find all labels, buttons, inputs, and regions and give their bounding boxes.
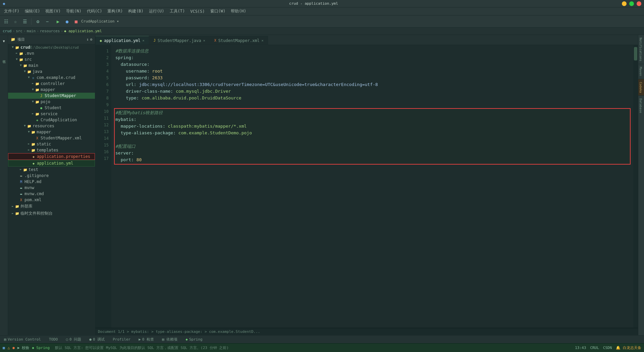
toolbar-settings-btn[interactable]: ⚙ <box>34 17 42 26</box>
menu-tools[interactable]: 工具(T) <box>167 8 188 15</box>
tree-item-student[interactable]: ● Student <box>8 105 95 111</box>
tab-smxml-close[interactable]: ✕ <box>262 39 264 42</box>
tree-item-tmpfiles[interactable]: ► 📁 临时文件和控制台 <box>8 210 95 217</box>
tree-item-controller[interactable]: ► 📁 controller <box>8 81 95 87</box>
bottom-tab-vc[interactable]: ▤ Version Control <box>3 337 42 342</box>
ln-7: 7 <box>95 88 111 95</box>
tree-item-extlib[interactable]: ► 📁 外部库 <box>8 203 95 210</box>
bottom-tab-debug[interactable]: ● 0 调试 <box>88 337 106 342</box>
status-spring-icon[interactable]: ◆ Spring <box>32 346 50 350</box>
tree-item-test[interactable]: ► 📁 test <box>8 167 95 173</box>
right-panel-maven[interactable]: Maven <box>638 64 644 79</box>
tree-item-mvnw[interactable]: ▬ mvnw <box>8 185 95 191</box>
folder-icon-controller: 📁 <box>35 81 40 86</box>
folder-icon-res-mapper: 📁 <box>31 130 36 134</box>
breadcrumb-main[interactable]: main <box>27 29 36 33</box>
tree-item-templates[interactable]: ► 📁 templates <box>8 147 95 153</box>
maximize-btn[interactable] <box>629 1 634 6</box>
tree-item-crud[interactable]: ▼ 📁 crud E:\Documets\Desktop\crud <box>8 44 95 50</box>
bottom-tab-profiler[interactable]: Profiler <box>111 337 132 342</box>
tab-studentmapperjava[interactable]: J StudentMapper.java ✕ <box>149 36 210 45</box>
menu-refactor[interactable]: 重构(R) <box>105 8 125 15</box>
bottom-tab-run-bt[interactable]: ▶ 0 检查 <box>137 337 155 342</box>
tree-item-appprops[interactable]: ◆ application.properties <box>8 153 95 160</box>
bottom-tab-problems[interactable]: ○ 0 问题 <box>64 337 83 342</box>
tree-item-main[interactable]: ▼ 📁 main <box>8 62 95 69</box>
right-panel-database[interactable]: Database <box>638 96 644 116</box>
debug-icon-bt: ● <box>89 337 92 342</box>
toolbar-minus-btn[interactable]: − <box>43 17 51 26</box>
tree-item-gitignore[interactable]: ▬ .gitignore <box>8 173 95 179</box>
menu-window[interactable]: 窗口(W) <box>208 8 228 15</box>
left-vtab-project[interactable]: ▼ <box>0 36 8 46</box>
right-panel-notifications[interactable]: Notifications <box>638 35 644 64</box>
menu-view[interactable]: 视图(V) <box>43 8 63 15</box>
status-run-icon[interactable]: ▶ 校验 <box>17 345 29 350</box>
tree-item-pojo[interactable]: ▼ 📁 pojo <box>8 99 95 105</box>
menu-code[interactable]: 代码(C) <box>84 8 105 15</box>
menu-navigate[interactable]: 导航(N) <box>63 8 84 15</box>
scrollbar-thumb[interactable] <box>634 47 637 60</box>
breadcrumb-file[interactable]: ◆ application.yml <box>64 29 102 33</box>
toolbar-project-btn[interactable]: ☷ <box>2 17 10 26</box>
tree-item-pomxml[interactable]: X pom.xml <box>8 197 95 203</box>
status-problems-icon[interactable]: △ <box>8 346 10 350</box>
menu-build[interactable]: 构建(B) <box>125 8 146 15</box>
tree-item-src[interactable]: ▼ 📁 src <box>8 56 95 62</box>
status-warnings-icon[interactable]: ● <box>12 346 15 350</box>
run-btn[interactable]: ▶ <box>54 17 62 26</box>
spring-label: Spring <box>189 337 203 342</box>
left-vtab-bookmarks[interactable]: 书签 <box>0 46 8 69</box>
close-btn[interactable] <box>637 1 641 6</box>
bottom-tab-todo[interactable]: TODO <box>48 337 59 342</box>
tab-appyml-close[interactable]: ✕ <box>143 39 145 42</box>
status-linesep[interactable]: CSDN <box>603 346 612 350</box>
tree-item-service[interactable]: ► 📁 service <box>8 111 95 117</box>
bottom-tab-spring[interactable]: ◆ Spring <box>184 337 204 342</box>
tree-item-resources[interactable]: ▼ 📁 resources <box>8 123 95 129</box>
tree-item-appyml[interactable]: ◆ application.yml <box>8 160 95 167</box>
code-area[interactable]: #数据库连接信息 spring: datasource: username: r… <box>111 45 633 328</box>
tree-item-crudapp[interactable]: ◈ CrudApplication <box>8 117 95 123</box>
scrollbar[interactable] <box>633 45 638 328</box>
menu-help[interactable]: 帮助(H) <box>228 8 249 15</box>
tree-item-res-mapper[interactable]: ▼ 📁 mapper <box>8 129 95 135</box>
toolbar-structure-btn[interactable]: ☰ <box>21 17 29 26</box>
status-encoding[interactable]: CRUL <box>590 346 599 350</box>
minimize-btn[interactable] <box>622 1 627 6</box>
tab-appyml[interactable]: ◆ application.yml ✕ <box>95 36 149 45</box>
tree-item-helpmd[interactable]: M HELP.md <box>8 179 95 185</box>
tree-item-package[interactable]: ▼ ▫ com.example.crud <box>8 75 95 81</box>
breadcrumb-resources[interactable]: resources <box>40 29 60 33</box>
settings-icon[interactable]: ⚙ <box>90 37 92 42</box>
project-label: 项目 <box>17 37 25 42</box>
tree-item-mvn[interactable]: ► 📁 .mvn <box>8 50 95 56</box>
tab-studentmapperxml[interactable]: X StudentMapper.xml ✕ <box>210 36 268 45</box>
tree-item-java[interactable]: ▼ 📁 java <box>8 69 95 75</box>
menu-run[interactable]: 运行(U) <box>146 8 167 15</box>
status-time[interactable]: 13:43 <box>575 346 586 350</box>
tree-item-mvnwcmd[interactable]: ▬ mvnw.cmd <box>8 191 95 197</box>
window-controls <box>622 1 641 6</box>
bottom-tab-deps[interactable]: ▤ 依赖项 <box>161 337 179 342</box>
breadcrumb-crud[interactable]: crud <box>3 29 12 33</box>
status-git-icon[interactable]: ▩ <box>3 346 5 350</box>
stop-btn[interactable]: ■ <box>72 17 80 26</box>
tree-item-smxml[interactable]: X StudentMapper.xml <box>8 135 95 141</box>
folder-icon-resources: 📁 <box>27 124 32 128</box>
menu-file[interactable]: 文件(F) <box>1 8 22 15</box>
menu-edit[interactable]: 编辑(E) <box>22 8 43 15</box>
breadcrumb-src[interactable]: src <box>16 29 22 33</box>
debug-btn[interactable]: ● <box>63 17 71 26</box>
tree-item-mapper-folder[interactable]: ▼ 📁 mapper <box>8 87 95 93</box>
tree-item-static[interactable]: ► 📁 static <box>8 141 95 147</box>
status-notifications-btn[interactable]: 🔔 白龙志天备 <box>616 345 641 350</box>
toolbar-bookmark-btn[interactable]: ☆ <box>11 17 19 26</box>
tab-smjava-close[interactable]: ✕ <box>203 39 205 42</box>
val-driver: com.mysql.jdbc.Driver <box>176 89 231 94</box>
md-icon-helpmd: M <box>19 179 23 184</box>
collapse-all-icon[interactable]: ↕ <box>87 37 89 42</box>
right-panel-codeka[interactable]: Codeka <box>638 79 644 96</box>
menu-vcs[interactable]: VCS(S) <box>187 8 207 14</box>
tree-item-studentmapper[interactable]: J StudentMapper <box>8 93 95 99</box>
